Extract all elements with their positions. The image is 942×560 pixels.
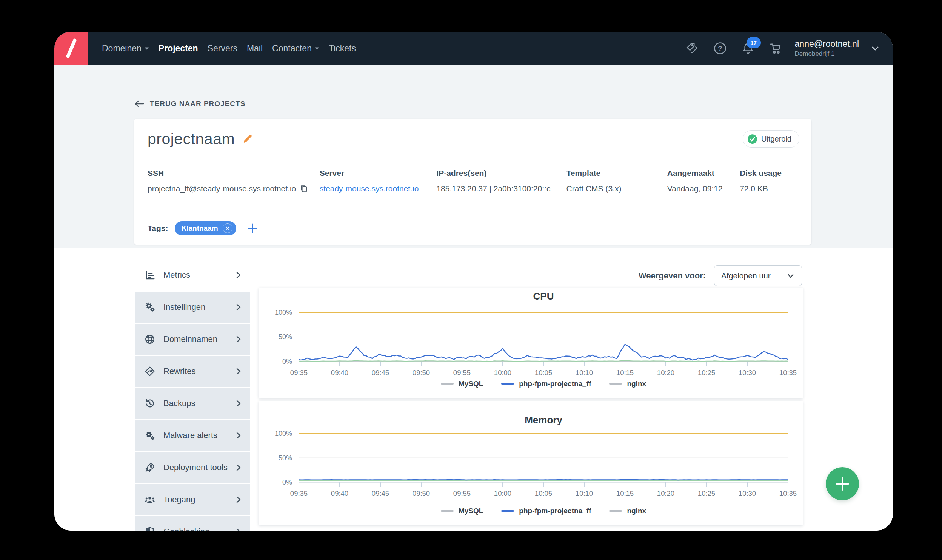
period-select-value: Afgelopen uur [721, 271, 771, 280]
nav-item-mail[interactable]: Mail [247, 43, 263, 54]
account-email: anne@rootnet.nl [795, 38, 859, 49]
sidebar-item-label: Geoblocking [163, 527, 209, 531]
svg-text:10:25: 10:25 [698, 369, 715, 377]
legend-label: MySQL [459, 380, 483, 388]
edit-icon[interactable] [242, 133, 253, 145]
caret-down-icon [144, 47, 149, 50]
cart-icon[interactable] [769, 42, 783, 55]
legend-swatch [501, 383, 514, 385]
desktop-background: DomeinenProjectenServersMailContactenTic… [0, 0, 942, 560]
chevron-right-icon [235, 302, 242, 312]
shield-icon [144, 526, 156, 531]
memory-chart-card: Memory09:3509:4009:4509:5009:5510:0010:0… [259, 401, 803, 525]
header-section: TERUG NAAR PROJECTS projectnaam Uitgerol… [54, 65, 893, 248]
tag-chip[interactable]: Klantnaam [175, 221, 236, 235]
chevron-right-icon [235, 527, 242, 531]
sidebar-item-instellingen[interactable]: Instellingen [135, 292, 250, 323]
status-badge: Uitgerold [743, 130, 799, 148]
svg-text:10:05: 10:05 [535, 489, 552, 497]
sidebar-item-domeinnamen[interactable]: Domeinnamen [135, 324, 250, 355]
chevron-right-icon [235, 463, 242, 472]
main-nav: DomeinenProjectenServersMailContactenTic… [102, 43, 356, 54]
notifications-bell-icon[interactable]: 17 [741, 42, 755, 55]
remove-tag-icon[interactable] [223, 223, 232, 233]
tags-icon[interactable] [685, 42, 699, 55]
legend-label: nginx [627, 380, 646, 388]
svg-text:10:15: 10:15 [616, 489, 634, 497]
notification-badge: 17 [747, 37, 761, 48]
breadcrumb[interactable]: TERUG NAAR PROJECTS [134, 100, 245, 108]
account-menu[interactable]: anne@rootnet.nl Demobedrijf 1 [795, 38, 859, 58]
page-title: projectnaam [148, 130, 235, 148]
legend-item-mysql[interactable]: MySQL [441, 507, 483, 515]
app-window: DomeinenProjectenServersMailContactenTic… [54, 32, 893, 531]
svg-text:09:50: 09:50 [413, 369, 430, 377]
svg-text:10:20: 10:20 [657, 369, 674, 377]
globe-icon [144, 334, 156, 345]
info-field-server: Serversteady-mouse.sys.rootnet.io [320, 169, 437, 212]
legend-item-nginx[interactable]: nginx [609, 507, 646, 515]
plus-icon [834, 476, 850, 492]
svg-text:10:10: 10:10 [576, 489, 593, 497]
svg-text:09:55: 09:55 [453, 489, 471, 497]
svg-text:10:05: 10:05 [535, 369, 552, 377]
content-section: MetricsInstellingenDomeinnamenRewritesBa… [54, 248, 893, 531]
legend-label: php-fpm-projectna_ff [519, 507, 591, 515]
chevron-down-icon [787, 272, 795, 280]
sidebar-item-label: Domeinnamen [163, 334, 217, 344]
sidebar-item-rewrites[interactable]: Rewrites [135, 356, 250, 387]
rootnet-logo[interactable] [54, 32, 88, 65]
field-value: Vandaag, 09:12 [667, 184, 740, 193]
copy-icon[interactable] [300, 185, 308, 193]
legend-item-php-fpm-projectna_ff[interactable]: php-fpm-projectna_ff [501, 380, 591, 388]
nav-item-tickets[interactable]: Tickets [329, 43, 356, 54]
add-tag-button[interactable] [247, 223, 258, 234]
nav-item-projecten[interactable]: Projecten [159, 43, 198, 54]
help-icon[interactable]: ? [713, 42, 727, 55]
breadcrumb-label: TERUG NAAR PROJECTS [150, 100, 245, 108]
sidebar-item-metrics[interactable]: Metrics [135, 260, 250, 291]
chevron-right-icon [235, 398, 242, 408]
top-navbar: DomeinenProjectenServersMailContactenTic… [54, 32, 893, 65]
svg-text:?: ? [718, 45, 722, 52]
svg-text:09:35: 09:35 [290, 369, 308, 377]
svg-text:10:00: 10:00 [494, 369, 511, 377]
svg-text:10:10: 10:10 [576, 369, 593, 377]
field-value[interactable]: steady-mouse.sys.rootnet.io [320, 184, 437, 193]
svg-text:10:20: 10:20 [657, 489, 674, 497]
legend-label: nginx [627, 507, 646, 515]
chevron-right-icon [235, 334, 242, 344]
chevron-right-icon [235, 270, 242, 280]
legend-item-nginx[interactable]: nginx [609, 380, 646, 388]
legend-item-mysql[interactable]: MySQL [441, 380, 483, 388]
sidebar-item-backups[interactable]: Backups [135, 388, 250, 419]
period-label: Weergeven voor: [639, 271, 706, 281]
legend-swatch [441, 383, 454, 385]
field-label: SSH [148, 169, 320, 178]
metrics-panel: Weergeven voor: Afgelopen uur CPU09:3509… [259, 248, 803, 531]
svg-text:10:35: 10:35 [779, 489, 797, 497]
add-project-fab[interactable] [826, 467, 859, 500]
sidebar-item-malware-alerts[interactable]: Malware alerts [135, 420, 250, 451]
tag-label: Klantnaam [181, 224, 218, 232]
chart-title: CPU [299, 291, 788, 302]
sidebar-item-geoblocking[interactable]: Geoblocking [135, 516, 250, 531]
project-title-row: projectnaam Uitgerold [134, 119, 811, 159]
legend-item-php-fpm-projectna_ff[interactable]: php-fpm-projectna_ff [501, 507, 591, 515]
chart-title: Memory [299, 414, 788, 426]
legend-label: php-fpm-projectna_ff [519, 380, 591, 388]
period-select[interactable]: Afgelopen uur [714, 265, 802, 286]
nav-item-servers[interactable]: Servers [208, 43, 237, 54]
info-field-template: TemplateCraft CMS (3.x) [566, 169, 667, 212]
svg-text:10:25: 10:25 [698, 489, 715, 497]
svg-text:10:30: 10:30 [739, 369, 756, 377]
nav-item-domeinen[interactable]: Domeinen [102, 43, 149, 54]
history-icon [144, 398, 156, 409]
account-chevron-down-icon[interactable] [870, 43, 880, 53]
nav-item-contacten[interactable]: Contacten [272, 43, 319, 54]
svg-text:10:35: 10:35 [779, 369, 797, 377]
field-value: 185.173.20.37 | 2a0b:3100:20::c [436, 184, 566, 193]
svg-text:50%: 50% [279, 333, 292, 341]
sidebar-item-deployment-tools[interactable]: Deployment tools [135, 452, 250, 483]
sidebar-item-toegang[interactable]: Toegang [135, 484, 250, 515]
